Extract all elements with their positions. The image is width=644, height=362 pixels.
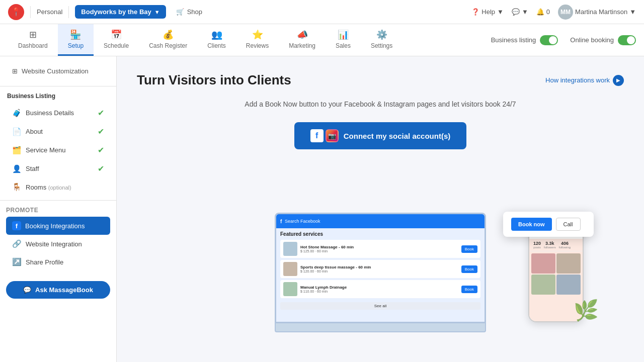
tab-reviews[interactable]: ⭐ Reviews: [236, 24, 279, 56]
service-row: Sports deep tissue massage - 60 min $ 12…: [280, 260, 480, 278]
tab-dashboard-label: Dashboard: [18, 42, 48, 49]
book-button[interactable]: Book: [461, 245, 477, 253]
laptop-screen: f Search Facebook Featured services Hot …: [275, 213, 486, 323]
phone-stat-following: 406 following: [559, 241, 571, 249]
tab-clients[interactable]: 👥 Clients: [197, 24, 236, 56]
tab-marketing[interactable]: 📣 Marketing: [279, 24, 326, 56]
sidebar-item-about[interactable]: 📄 About ✔: [6, 122, 110, 141]
phone-grid: [529, 251, 583, 297]
service-row: Manual Lymph Drainage $ 110.00 · 60 min …: [280, 280, 480, 298]
sidebar-item-staff[interactable]: 👤 Staff ✔: [6, 159, 110, 178]
avatar: MM: [558, 5, 573, 20]
posts-count: 120: [533, 241, 541, 246]
business-listing-toggle[interactable]: [540, 35, 558, 45]
check-icon: ✔: [98, 164, 104, 173]
chevron-down-icon: ▼: [522, 8, 528, 16]
service-row: Hot Stone Massage - 60 min $ 125.00 · 60…: [280, 240, 480, 258]
clients-icon: 👥: [211, 29, 222, 40]
sidebar-top: ⊞ Website Customization: [0, 56, 116, 86]
tab-settings-label: Settings: [371, 42, 392, 49]
message-icon: 💬: [512, 8, 520, 16]
tab-sales[interactable]: 📊 Sales: [326, 24, 361, 56]
content-header: Turn Visitors into Clients How integrati…: [137, 72, 624, 88]
messages-button[interactable]: 💬 ▼: [512, 8, 528, 16]
laptop-mockup: f Search Facebook Featured services Hot …: [275, 213, 486, 332]
business-selector[interactable]: Bodyworks by the Bay ▼: [75, 5, 166, 19]
phone-grid-item: [556, 253, 581, 274]
settings-icon: ⚙️: [376, 29, 387, 40]
laptop-base: [275, 323, 486, 332]
see-all-button[interactable]: See all: [280, 302, 480, 310]
shop-link[interactable]: 🛒 Shop: [176, 8, 202, 16]
folder-icon: 🗂️: [12, 146, 22, 155]
dashboard-icon: ⊞: [29, 29, 37, 40]
popup-call-button[interactable]: Call: [556, 218, 581, 231]
posts-label: posts: [533, 246, 541, 249]
screenshots-mockup: f Search Facebook Featured services Hot …: [137, 182, 624, 332]
person-icon: 👤: [12, 164, 22, 173]
content-subtitle: Add a Book Now button to your Facebook &…: [137, 100, 624, 108]
page-title: Turn Visitors into Clients: [137, 72, 291, 88]
setup-icon: 🏪: [70, 29, 81, 40]
sidebar-item-business-details[interactable]: 🧳 Business Details ✔: [6, 104, 110, 122]
check-icon: ✔: [98, 127, 104, 136]
tab-cash-register[interactable]: 💰 Cash Register: [139, 24, 197, 56]
tab-settings[interactable]: ⚙️ Settings: [361, 24, 403, 56]
personal-label: Personal: [37, 8, 62, 16]
user-menu[interactable]: MM Martina Martinson ▼: [558, 5, 636, 20]
tab-setup[interactable]: 🏪 Setup: [58, 24, 94, 56]
phone-grid-item: [531, 253, 555, 274]
nav-right: ❓ Help ▼ 💬 ▼ 🔔 0 MM Martina Martinson ▼: [471, 5, 636, 20]
tab-dashboard[interactable]: ⊞ Dashboard: [8, 24, 58, 56]
sidebar-item-label: Rooms (optional): [26, 184, 71, 191]
top-nav: 📍 Personal Bodyworks by the Bay ▼ 🛒 Shop…: [0, 0, 644, 24]
website-customization-link[interactable]: ⊞ Website Customization: [6, 62, 110, 80]
tab-nav: ⊞ Dashboard 🏪 Setup 📅 Schedule 💰 Cash Re…: [0, 24, 644, 56]
ask-button-label: Ask MassageBook: [35, 286, 93, 294]
tab-reviews-label: Reviews: [246, 42, 269, 49]
grid-icon: ⊞: [12, 67, 18, 75]
promote-section: Promote f Booking Integrations 🔗 Website…: [0, 200, 116, 277]
popup-book-now-button[interactable]: Book now: [511, 218, 552, 231]
chat-icon: 💬: [23, 286, 31, 294]
sidebar-item-website-integration[interactable]: 🔗 Website Integration: [6, 235, 110, 253]
sidebar-item-label: Service Menu: [26, 146, 65, 154]
tab-nav-right: Business listing Online booking: [491, 30, 636, 50]
following-count: 406: [559, 241, 571, 246]
following-label: following: [559, 246, 571, 249]
service-thumbnail: [283, 262, 297, 276]
sidebar-item-service-menu[interactable]: 🗂️ Service Menu ✔: [6, 141, 110, 159]
integration-link[interactable]: How integrations work ▶: [545, 75, 624, 86]
bell-icon: 🔔: [536, 8, 544, 16]
phone-grid-item: [556, 275, 581, 295]
phone-grid-item: [531, 275, 555, 295]
book-button[interactable]: Book: [461, 265, 477, 273]
tab-schedule[interactable]: 📅 Schedule: [94, 24, 139, 56]
schedule-icon: 📅: [111, 29, 122, 40]
book-now-popup: Book now Call: [503, 212, 594, 237]
tab-sales-label: Sales: [336, 42, 351, 49]
service-info: Sports deep tissue massage - 60 min $ 12…: [300, 265, 458, 274]
tab-schedule-label: Schedule: [104, 42, 129, 49]
help-label: Help: [481, 8, 495, 16]
facebook-bar: f Search Facebook: [276, 214, 485, 228]
service-price: $ 125.00 · 60 min: [300, 249, 458, 253]
book-button[interactable]: Book: [461, 286, 477, 293]
sidebar-item-booking-integrations[interactable]: f Booking Integrations: [6, 217, 110, 235]
service-name: Manual Lymph Drainage: [300, 285, 458, 290]
sidebar-item-label: About: [26, 128, 43, 135]
online-booking-toggle[interactable]: [618, 35, 636, 45]
chevron-down-icon: ▼: [629, 8, 636, 16]
business-name: Bodyworks by the Bay: [81, 8, 151, 16]
notifications-button[interactable]: 🔔 0: [536, 8, 550, 16]
app-logo[interactable]: 📍: [8, 4, 24, 20]
notifications-count: 0: [546, 8, 550, 16]
instagram-icon: 📷: [326, 129, 339, 142]
connect-social-button[interactable]: f 📷 Connect my social account(s): [294, 122, 467, 149]
help-menu[interactable]: ❓ Help ▼: [471, 8, 504, 16]
sidebar-item-rooms[interactable]: 🪑 Rooms (optional): [6, 178, 110, 196]
ask-massagebook-button[interactable]: 💬 Ask MassageBook: [6, 281, 110, 299]
reviews-icon: ⭐: [252, 29, 263, 40]
chevron-down-icon: ▼: [497, 8, 504, 16]
sidebar-item-share-profile[interactable]: ↗️ Share Profile: [6, 253, 110, 271]
